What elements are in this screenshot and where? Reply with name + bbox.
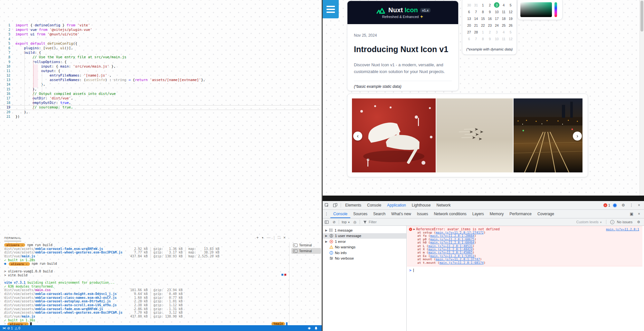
calendar-day[interactable]: 1	[479, 29, 487, 35]
calendar-day[interactable]: 30	[466, 2, 473, 8]
code-line[interactable]: 18 emptyOutDir: true,	[0, 101, 320, 105]
drawer-tab-search[interactable]: Search	[370, 210, 388, 218]
more-actions-icon[interactable]: ⋯	[267, 235, 270, 240]
code-editor-pane[interactable]: 1import { defineConfig } from 'vite'2imp…	[0, 0, 322, 331]
remote-indicator-icon[interactable]: ><	[3, 326, 5, 330]
expand-triangle-icon[interactable]: ▶	[325, 229, 328, 232]
stack-frame-link[interactable]: main.js?v=11.2.8:1:68174	[440, 261, 484, 264]
debug-icon[interactable]	[308, 326, 311, 330]
devtools-settings-gear-icon[interactable]: ⚙	[620, 203, 627, 207]
saturation-value-square[interactable]	[520, 2, 552, 17]
calendar-day[interactable]: 22	[479, 22, 487, 29]
calendar-day[interactable]: 7	[473, 8, 480, 15]
browser-scrollbar[interactable]	[639, 0, 644, 196]
new-terminal-icon[interactable]: +	[256, 235, 259, 240]
console-filter-input[interactable]: Filter	[369, 220, 376, 224]
tab-network[interactable]: Network	[434, 201, 454, 209]
expand-triangle-icon[interactable]: ▶	[413, 228, 415, 231]
drawer-tab-sources[interactable]: Sources	[350, 210, 370, 218]
calendar-day[interactable]: 19	[507, 15, 514, 22]
stack-frame-link[interactable]: main.js?v=11.2.8:1:53913	[430, 254, 474, 258]
expand-triangle-icon[interactable]: ▶	[325, 234, 328, 237]
drawer-tab-performance[interactable]: Performance	[507, 210, 535, 218]
calendar-day[interactable]: 2	[487, 2, 494, 8]
tab-elements[interactable]: Elements	[342, 201, 364, 209]
calendar-day[interactable]: 14	[473, 15, 480, 22]
calendar-day[interactable]: 2	[487, 29, 494, 35]
tab-lighthouse[interactable]: Lighthouse	[409, 201, 434, 209]
calendar-day[interactable]: 8	[479, 8, 487, 15]
hue-slider[interactable]	[554, 2, 557, 17]
console-filter-1-message[interactable]: ▶1 message	[323, 227, 406, 233]
expand-triangle-icon[interactable]: ▶	[325, 240, 328, 243]
code-line[interactable]: 4	[0, 37, 320, 41]
calendar-day[interactable]: 5	[507, 29, 514, 35]
code-line[interactable]: 17 outDir: 'dist/vue',	[0, 96, 320, 101]
console-prompt[interactable]: >	[409, 268, 644, 272]
console-filter-1-user-message[interactable]: ▶1 user message	[323, 233, 406, 239]
console-filter-no-info[interactable]: No info	[323, 250, 406, 256]
code-line[interactable]: 10 input: { main: 'src/vue/main.js' },	[0, 64, 320, 69]
carousel-next-button[interactable]: ›	[573, 132, 582, 141]
inspect-element-icon[interactable]	[323, 203, 331, 207]
devtools-kebab-menu-icon[interactable]: ⋮	[628, 203, 635, 207]
stack-frame-link[interactable]: main.js?v=11.2.8:1:20664	[430, 234, 474, 237]
calendar-day[interactable]: 8	[479, 35, 487, 42]
calendar-day[interactable]: 3	[493, 29, 500, 35]
no-issues-label[interactable]: No issues	[617, 220, 632, 224]
calendar-day[interactable]: 9	[487, 8, 494, 15]
tab-console[interactable]: Console	[364, 201, 384, 209]
code-line[interactable]: 6 plugins: [vue(), ui()],	[0, 46, 320, 51]
code-line[interactable]: 13 assetFileNames: (assetInfo) : string …	[0, 78, 320, 82]
code-line[interactable]: 14 },	[0, 82, 320, 87]
clear-console-icon[interactable]: ⊘	[331, 220, 337, 224]
context-selector[interactable]: top ▼	[340, 220, 351, 224]
tab-application[interactable]: Application	[384, 201, 409, 209]
calendar-day[interactable]: 9	[487, 35, 494, 42]
calendar-day[interactable]: 31	[473, 2, 480, 8]
calendar-day[interactable]: 6	[466, 8, 473, 15]
stack-frame-link[interactable]: main.js?v=11.2.8:1:37747	[436, 257, 480, 261]
drawer-close-icon[interactable]: ×	[636, 212, 642, 216]
calendar-day[interactable]: 18	[500, 15, 507, 22]
calendar-day[interactable]: 1	[479, 2, 487, 8]
calendar-day[interactable]: 20	[466, 22, 473, 29]
code-line[interactable]: 9 rollupOptions: {	[0, 60, 320, 64]
live-expression-eye-icon[interactable]: ◎	[352, 220, 359, 224]
calendar-day[interactable]: 10	[493, 8, 500, 15]
error-source-link[interactable]: main.js?v=11.2.8:1	[606, 227, 639, 231]
console-filter-1-error[interactable]: ▶1 error	[323, 239, 406, 244]
blue-status-icon[interactable]	[611, 203, 619, 207]
code-line[interactable]: 2import vue from '@vitejs/plugin-vue'	[0, 28, 320, 32]
calendar-day[interactable]: 5	[507, 2, 514, 8]
console-messages-area[interactable]: × ▶ ReferenceError: avatar_items is not …	[407, 226, 644, 331]
code-line[interactable]: 21})	[0, 115, 320, 119]
log-levels-dropdown[interactable]: Custom levels ▼	[576, 220, 602, 224]
close-panel-icon[interactable]: ×	[283, 235, 286, 240]
maximize-panel-icon[interactable]: ⛶	[278, 236, 280, 240]
dock-panel-icon[interactable]: ▣	[628, 212, 635, 216]
calendar-day[interactable]: 11	[500, 35, 507, 42]
drawer-tab-console[interactable]: Console	[330, 210, 350, 218]
calendar-day[interactable]: 23	[487, 22, 494, 29]
calendar-day[interactable]: 4	[500, 2, 507, 8]
console-settings-gear-icon[interactable]: ⚙	[635, 220, 642, 224]
calendar-day[interactable]: 15	[479, 15, 487, 22]
code-line[interactable]: 8 // Use the Vue entry file at src/vue/m…	[0, 55, 320, 60]
console-sidebar-toggle-icon[interactable]	[323, 220, 331, 224]
calendar-day[interactable]: 12	[507, 35, 514, 42]
drawer-kebab-menu-icon[interactable]: ⋮	[323, 212, 330, 216]
code-line[interactable]: 3import ui from '@nuxt/ui/vite'	[0, 32, 320, 37]
calendar-day[interactable]: 28	[473, 29, 480, 35]
carousel-track[interactable]	[352, 98, 582, 172]
calendar-day[interactable]: 21	[473, 22, 480, 29]
stack-frame-link[interactable]: main.js?v=11.2.8:1:48424	[428, 247, 472, 251]
notifications-bell-icon[interactable]	[314, 326, 318, 330]
console-filter-no-verbose[interactable]: No verbose	[323, 256, 406, 262]
calendar-day[interactable]: 7	[473, 35, 480, 42]
calendar-day-selected[interactable]: 3	[494, 2, 499, 8]
terminal-output[interactable]: olivero › npm run builddist/vue/assets/e…	[4, 243, 288, 326]
code-line[interactable]: 16 // Output compiled assets into dist/v…	[0, 92, 320, 96]
terminal-panel-title[interactable]: TERMINAL	[4, 236, 21, 241]
code-line[interactable]: 7 build: {	[0, 51, 320, 55]
